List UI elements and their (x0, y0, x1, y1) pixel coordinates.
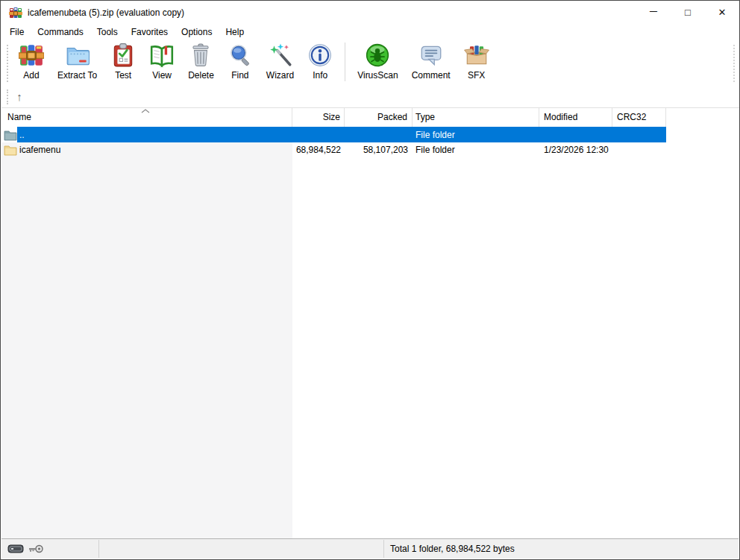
toolbar-button-find[interactable]: Find (222, 40, 259, 81)
sfx-icon (464, 43, 489, 68)
toolbar-button-label: Test (115, 70, 131, 81)
statusbar-icons (7, 539, 44, 559)
cell-modified (539, 127, 612, 142)
up-folder-icon (4, 129, 17, 141)
menu-file[interactable]: File (3, 24, 31, 40)
cell-type: File folder (413, 127, 539, 142)
extract-to-icon (65, 43, 90, 68)
window-controls: ─ □ ✕ (636, 1, 739, 24)
toolbar-button-label: Extract To (57, 70, 97, 81)
test-icon (110, 43, 136, 68)
menu-options[interactable]: Options (175, 24, 219, 40)
window-title: icafemenubeta (5).zip (evaluation copy) (28, 7, 184, 18)
column-header-row: NameSizePackedTypeModifiedCRC32 (1, 108, 740, 127)
file-name: icafemenu (19, 145, 60, 155)
cell-type: File folder (413, 142, 539, 157)
cell-packed: 58,107,203 (345, 142, 413, 157)
up-one-level-button[interactable]: ↑ (10, 88, 28, 106)
toolbar-button-label: VirusScan (357, 70, 398, 81)
toolbar-button-label: Comment (412, 70, 451, 81)
info-icon (307, 43, 333, 68)
toolbar-button-label: Info (313, 70, 327, 81)
statusbar-separator (383, 540, 384, 558)
cell-packed (345, 127, 413, 142)
minimize-icon: ─ (650, 5, 657, 17)
toolbar-button-delete[interactable]: Delete (182, 40, 220, 81)
name-column-background (1, 142, 292, 540)
up-arrow-icon: ↑ (16, 90, 22, 103)
toolbar-button-sfx[interactable]: SFX (458, 40, 495, 81)
virus-scan-icon (365, 43, 390, 68)
toolbar-button-test[interactable]: Test (104, 40, 142, 81)
key-icon[interactable] (28, 543, 44, 555)
toolbar-button-label: Delete (188, 70, 214, 81)
address-row: ↑ (1, 86, 739, 107)
cell-size (292, 127, 345, 142)
toolbar-grip[interactable] (7, 45, 8, 82)
menu-help[interactable]: Help (219, 24, 251, 40)
column-header-modified[interactable]: Modified (539, 108, 612, 127)
toolbar-button-info[interactable]: Info (301, 40, 339, 81)
maximize-button[interactable]: □ (671, 1, 705, 24)
file-rows: .. File folder icafemenu 68,984,522 58,1… (1, 127, 740, 157)
column-header-name[interactable]: Name (1, 108, 292, 127)
toolbar-button-label: Find (231, 70, 248, 81)
toolbar: Add Extract To Test View Delete Find Wiz… (1, 40, 739, 86)
maximize-icon: □ (685, 7, 691, 18)
winrar-window: icafemenubeta (5).zip (evaluation copy) … (0, 0, 740, 560)
folder-icon (4, 144, 17, 156)
toolbar-separator (345, 43, 345, 81)
toolbar-button-virusscan[interactable]: VirusScan (351, 40, 404, 81)
file-list: NameSizePackedTypeModifiedCRC32 .. File … (1, 107, 740, 540)
menu-commands[interactable]: Commands (31, 24, 90, 40)
comment-icon (418, 43, 444, 68)
find-icon (228, 43, 253, 68)
file-name: .. (19, 130, 25, 140)
toolbar-button-label: View (152, 70, 172, 81)
cell-modified: 1/23/2026 12:30 (539, 142, 612, 157)
toolbar-button-label: Wizard (266, 70, 294, 81)
toolbar-button-add[interactable]: Add (13, 40, 50, 81)
delete-icon (188, 43, 213, 68)
drive-icon (7, 544, 24, 553)
close-icon: ✕ (718, 7, 727, 18)
column-header-crc32[interactable]: CRC32 (612, 108, 666, 127)
winrar-logo-icon (9, 7, 22, 19)
status-bar: Total 1 folder, 68,984,522 bytes (1, 538, 739, 559)
toolbar-button-view[interactable]: View (143, 40, 181, 81)
column-header-packed[interactable]: Packed (345, 108, 413, 127)
menu-bar: File Commands Tools Favorites Options He… (1, 24, 739, 40)
cell-size: 68,984,522 (292, 142, 345, 157)
toolbar-button-wizard[interactable]: Wizard (260, 40, 300, 81)
address-bar-grip[interactable] (7, 89, 8, 104)
cell-crc32 (612, 127, 666, 142)
toolbar-button-comment[interactable]: Comment (406, 40, 457, 81)
column-header-filler (666, 108, 740, 127)
close-button[interactable]: ✕ (705, 1, 739, 24)
menu-tools[interactable]: Tools (90, 24, 125, 40)
view-icon (149, 43, 175, 68)
statusbar-separator (98, 540, 99, 558)
cell-crc32 (612, 142, 666, 157)
column-header-type[interactable]: Type (413, 108, 539, 127)
add-archive-icon (19, 43, 44, 68)
menu-favorites[interactable]: Favorites (125, 24, 175, 40)
toolbar-right-grip[interactable] (733, 45, 735, 82)
toolbar-button-label: Add (23, 70, 39, 81)
column-header-size[interactable]: Size (292, 108, 345, 127)
wizard-icon (268, 43, 293, 68)
statusbar-total-text: Total 1 folder, 68,984,522 bytes (390, 539, 515, 559)
toolbar-button-extract-to[interactable]: Extract To (51, 40, 103, 81)
title-bar: icafemenubeta (5).zip (evaluation copy) (1, 1, 739, 24)
toolbar-button-label: SFX (468, 70, 485, 81)
file-row[interactable]: icafemenu 68,984,522 58,107,203 File fol… (1, 142, 666, 157)
file-row[interactable]: .. File folder (1, 127, 666, 142)
minimize-button[interactable]: ─ (636, 1, 671, 24)
